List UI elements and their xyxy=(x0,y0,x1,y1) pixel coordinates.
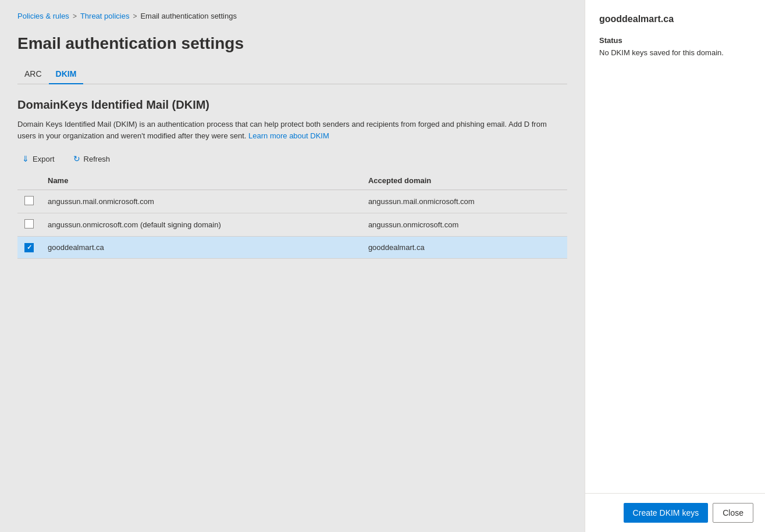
panel-footer: Create DKIM keys Close xyxy=(585,493,765,532)
page-title: Email authentication settings xyxy=(17,34,567,53)
row2-name: angussun.onmicrosoft.com (default signin… xyxy=(41,213,361,237)
table-header-row: Name Accepted domain xyxy=(17,172,567,190)
toolbar: ⇓ Export ↻ Refresh xyxy=(17,151,567,167)
panel-domain-title: gooddealmart.ca xyxy=(599,14,753,24)
table-header-name: Name xyxy=(41,172,361,190)
export-button[interactable]: ⇓ Export xyxy=(17,151,59,167)
refresh-icon: ↻ xyxy=(73,154,80,163)
dkim-table: Name Accepted domain angussun.mail.onmic… xyxy=(17,172,567,259)
breadcrumb-sep-1: > xyxy=(73,12,77,20)
row3-name: gooddealmart.ca xyxy=(41,237,361,259)
row3-checkbox[interactable] xyxy=(24,243,34,252)
refresh-button[interactable]: ↻ Refresh xyxy=(69,151,115,167)
panel-status-label: Status xyxy=(599,36,753,45)
table-row[interactable]: gooddealmart.ca gooddealmart.ca xyxy=(17,237,567,259)
row1-accepted-domain: angussun.mail.onmicrosoft.com xyxy=(361,190,567,213)
dkim-section-title: DomainKeys Identified Mail (DKIM) xyxy=(17,98,567,112)
row2-checkbox-cell[interactable] xyxy=(17,213,41,237)
dkim-description: Domain Keys Identified Mail (DKIM) is an… xyxy=(17,119,567,141)
breadcrumb-policies-link[interactable]: Policies & rules xyxy=(17,12,69,20)
panel-status-value: No DKIM keys saved for this domain. xyxy=(599,48,753,57)
row3-checkbox-cell[interactable] xyxy=(17,237,41,259)
breadcrumb: Policies & rules > Threat policies > Ema… xyxy=(17,12,567,20)
breadcrumb-threat-link[interactable]: Threat policies xyxy=(80,12,130,20)
row1-name: angussun.mail.onmicrosoft.com xyxy=(41,190,361,213)
tab-arc[interactable]: ARC xyxy=(17,65,49,84)
table-header-accepted-domain: Accepted domain xyxy=(361,172,567,190)
close-button[interactable]: Close xyxy=(713,503,753,523)
right-panel: gooddealmart.ca Status No DKIM keys save… xyxy=(585,0,765,532)
dkim-learn-more-link[interactable]: Learn more about DKIM xyxy=(248,131,329,140)
table-row[interactable]: angussun.onmicrosoft.com (default signin… xyxy=(17,213,567,237)
table-header-checkbox xyxy=(17,172,41,190)
row3-accepted-domain: gooddealmart.ca xyxy=(361,237,567,259)
tab-dkim[interactable]: DKIM xyxy=(49,65,84,84)
create-dkim-keys-button[interactable]: Create DKIM keys xyxy=(624,503,709,523)
tabs-container: ARC DKIM xyxy=(17,65,567,84)
row1-checkbox[interactable] xyxy=(24,196,34,205)
row2-checkbox[interactable] xyxy=(24,219,34,228)
row2-accepted-domain: angussun.onmicrosoft.com xyxy=(361,213,567,237)
row1-checkbox-cell[interactable] xyxy=(17,190,41,213)
panel-content: gooddealmart.ca Status No DKIM keys save… xyxy=(585,0,765,493)
breadcrumb-sep-2: > xyxy=(133,12,137,20)
export-icon: ⇓ xyxy=(22,154,29,163)
table-row[interactable]: angussun.mail.onmicrosoft.com angussun.m… xyxy=(17,190,567,213)
breadcrumb-current: Email authentication settings xyxy=(140,12,236,20)
